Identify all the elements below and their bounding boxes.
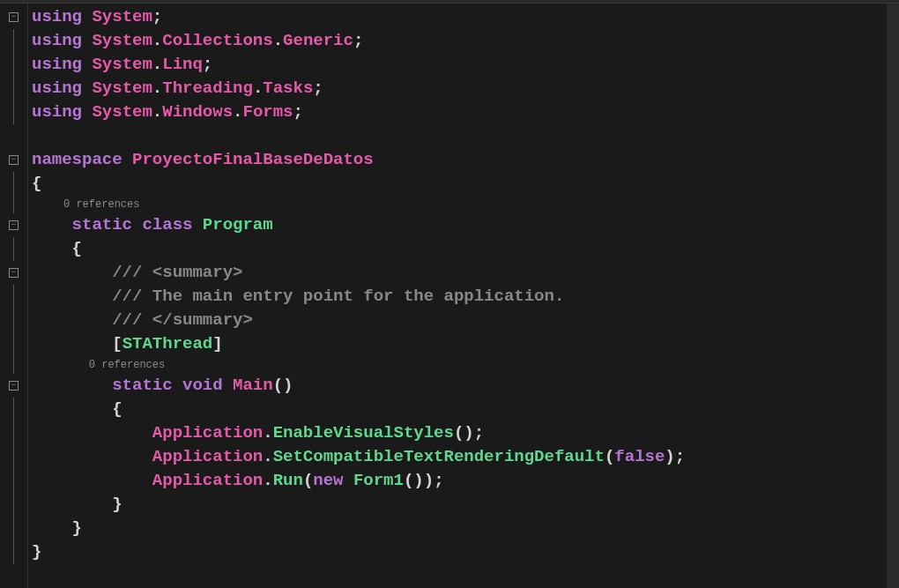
code-editor[interactable]: − − − − − using System; using System.Col… [0,4,899,588]
code-line[interactable]: /// The main entry point for the applica… [32,285,887,309]
code-line[interactable]: namespace ProyectoFinalBaseDeDatos [32,148,887,172]
code-line[interactable]: } [32,540,887,564]
code-line[interactable]: { [32,172,887,196]
fold-gutter: − − − − − [0,4,28,588]
fold-toggle[interactable]: − [9,381,19,391]
code-line[interactable]: static class Program [32,213,887,237]
code-line[interactable]: } [32,517,887,540]
code-line[interactable]: Application.SetCompatibleTextRenderingDe… [32,445,887,469]
vertical-scrollbar[interactable] [887,4,899,588]
code-line[interactable]: { [32,398,887,421]
fold-toggle[interactable]: − [9,268,19,278]
code-line[interactable]: } [32,493,887,517]
code-line[interactable]: using System; [32,5,887,29]
code-line[interactable]: using System.Windows.Forms; [32,100,887,124]
code-line[interactable]: using System.Collections.Generic; [32,29,887,53]
code-line[interactable]: static void Main() [32,374,887,398]
fold-toggle[interactable]: − [9,155,19,165]
code-line[interactable]: { [32,237,887,261]
codelens-references[interactable]: 0 references [32,196,887,213]
code-line[interactable]: using System.Threading.Tasks; [32,77,887,100]
code-line[interactable]: Application.EnableVisualStyles(); [32,421,887,445]
fold-toggle[interactable]: − [9,220,19,230]
fold-toggle[interactable]: − [9,12,19,22]
codelens-references[interactable]: 0 references [32,356,887,374]
code-line[interactable]: Application.Run(new Form1()); [32,469,887,493]
code-line[interactable] [32,124,887,148]
code-line[interactable]: [STAThread] [32,332,887,356]
code-line[interactable]: using System.Linq; [32,53,887,77]
code-area[interactable]: using System; using System.Collections.G… [28,4,887,588]
code-line[interactable]: /// </summary> [32,309,887,332]
code-line[interactable]: /// <summary> [32,261,887,285]
